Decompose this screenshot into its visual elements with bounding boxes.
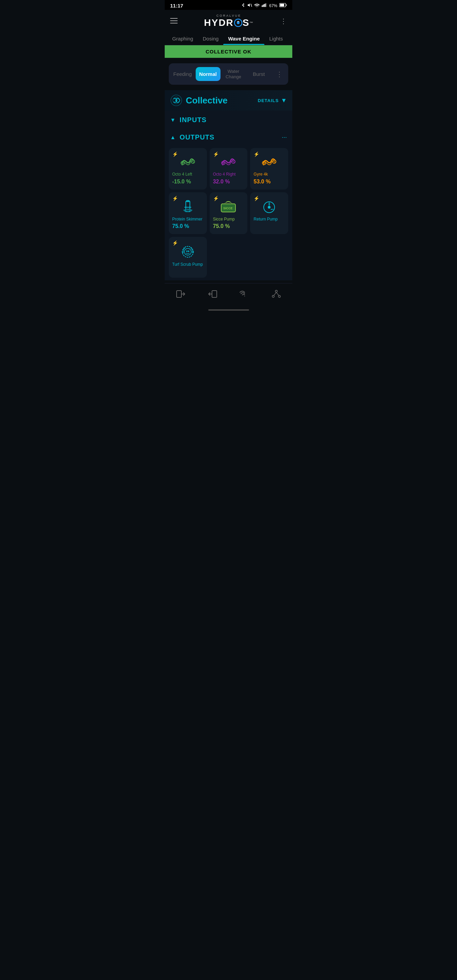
logo-text-end: S (243, 18, 250, 28)
svg-rect-5 (266, 3, 267, 7)
logo-text-start: HYDR (204, 18, 233, 28)
svg-line-42 (276, 292, 279, 295)
bluetooth-icon: ​ (241, 3, 245, 8)
status-bar: 11:17 ​ 67% (165, 0, 292, 10)
battery-icon (279, 3, 287, 8)
mode-normal-button[interactable]: Normal (196, 67, 220, 81)
device-grid-row2: ⚡ Turf Scrub Pump (165, 237, 292, 280)
wave-pump-icon (179, 156, 196, 169)
device-protein-skimmer[interactable]: ⚡ Protein Skimmer 75.0 % (169, 192, 207, 234)
login-icon (176, 290, 185, 298)
svg-point-38 (275, 290, 277, 292)
collective-left: Collective (170, 94, 228, 107)
collective-details-button[interactable]: DETAILS ▼ (258, 97, 287, 104)
mode-selector: Feeding Normal Water Change Burst ⋮ (169, 63, 288, 85)
lightning-icon: ⚡ (172, 240, 178, 246)
mode-burst-button[interactable]: Burst (246, 67, 271, 81)
collective-icon (170, 94, 182, 107)
overflow-menu-button[interactable]: ⋮ (280, 17, 287, 25)
svg-point-32 (182, 247, 193, 257)
svg-point-40 (279, 295, 280, 298)
svg-line-0 (251, 4, 252, 7)
mute-icon (247, 3, 252, 8)
svg-point-33 (185, 248, 191, 255)
svg-rect-11 (170, 18, 178, 19)
navigation-tabs: Graphing Dosing Wave Engine Lights VRTL … (165, 32, 292, 45)
logo-tm: ™ (250, 21, 254, 25)
svg-rect-2 (263, 5, 263, 7)
device-value: 75.0 % (213, 223, 230, 229)
tab-lights[interactable]: Lights (264, 32, 288, 45)
svg-rect-13 (170, 23, 178, 24)
device-name: Sicce Pump (213, 217, 244, 222)
device-value: 53.0 % (253, 179, 271, 185)
device-sicce-pump[interactable]: ⚡ SICCE Sicce Pump 75.0 % (210, 192, 248, 234)
device-value: 32.0 % (213, 179, 230, 185)
svg-line-41 (274, 292, 276, 295)
device-name: Gyre 4k (253, 172, 285, 177)
device-octo4left[interactable]: ⚡ Octo 4 Left -15.0 % (169, 148, 207, 189)
bottom-nav-logout[interactable] (202, 288, 223, 299)
svg-point-39 (272, 295, 274, 298)
topology-icon (272, 290, 281, 298)
outputs-section-header[interactable]: ▲ OUTPUTS ··· (165, 128, 292, 145)
tab-dosing[interactable]: Dosing (198, 32, 224, 45)
logout-icon (208, 290, 217, 298)
details-label: DETAILS (258, 98, 279, 103)
tab-wave-engine[interactable]: Wave Engine (223, 32, 264, 45)
app-logo: CORALVUE HYDR S ™ (204, 14, 253, 28)
lightning-icon: ⚡ (172, 196, 178, 201)
collective-header: Collective DETAILS ▼ (165, 90, 292, 111)
bottom-nav-wifi[interactable] (234, 289, 255, 299)
svg-rect-4 (265, 3, 266, 7)
device-gyre4k[interactable]: ⚡ Gyre 4k 53.0 % (250, 148, 288, 189)
svg-rect-35 (188, 250, 189, 252)
device-octo4right[interactable]: ⚡ Octo 4 Right 32.0 % (210, 148, 248, 189)
mode-feeding-button[interactable]: Feeding (170, 67, 195, 81)
mode-more-button[interactable]: ⋮ (272, 67, 287, 81)
logo-subtitle: CORALVUE (217, 14, 241, 18)
svg-text:SICCE: SICCE (223, 207, 233, 210)
bottom-navigation (165, 283, 292, 307)
menu-button[interactable] (170, 18, 178, 25)
home-indicator (165, 307, 292, 315)
svg-rect-36 (177, 291, 182, 298)
sicce-icon: SICCE (220, 200, 237, 213)
inputs-chevron-icon: ▼ (170, 117, 175, 123)
bottom-nav-login[interactable] (170, 288, 191, 299)
svg-rect-37 (212, 291, 217, 298)
inputs-section-header[interactable]: ▼ INPUTS (165, 111, 292, 128)
device-return-pump[interactable]: ⚡ Return Pump (250, 192, 288, 234)
outputs-title: OUTPUTS (180, 134, 215, 141)
top-bar: CORALVUE HYDR S ™ ⋮ (165, 10, 292, 32)
svg-rect-34 (186, 250, 188, 252)
collective-title: Collective (186, 95, 228, 106)
mode-water-change-button[interactable]: Water Change (221, 65, 246, 83)
status-icons: ​ 67% (241, 3, 287, 8)
device-name: Octo 4 Right (213, 172, 244, 177)
svg-rect-3 (264, 4, 264, 7)
bottom-nav-topology[interactable] (266, 288, 287, 300)
logo-title: HYDR S ™ (204, 18, 253, 28)
device-turf-scrub-pump[interactable]: ⚡ Turf Scrub Pump (169, 237, 207, 278)
svg-rect-10 (280, 4, 284, 6)
gyre-pump-icon (261, 156, 278, 169)
outputs-more-button[interactable]: ··· (282, 134, 287, 141)
lightning-icon: ⚡ (213, 151, 219, 157)
device-name: Protein Skimmer (172, 217, 204, 222)
lightning-icon: ⚡ (213, 196, 219, 201)
device-value: 75.0 % (172, 223, 189, 229)
lightning-icon: ⚡ (172, 151, 178, 157)
tab-vrtl-out[interactable]: VRTL Out (288, 32, 292, 45)
device-name: Octo 4 Left (172, 172, 204, 177)
device-value: -15.0 % (172, 179, 191, 185)
tab-graphing[interactable]: Graphing (167, 32, 198, 45)
device-name: Turf Scrub Pump (172, 262, 204, 267)
svg-rect-1 (262, 5, 262, 7)
collective-status-banner: COLLECTIVE OK (165, 45, 292, 58)
skimmer-icon (180, 200, 195, 213)
outputs-chevron-icon: ▲ (170, 134, 175, 140)
fan-icon (261, 200, 277, 213)
signal-icon (262, 3, 267, 8)
logo-o-icon (234, 18, 243, 27)
